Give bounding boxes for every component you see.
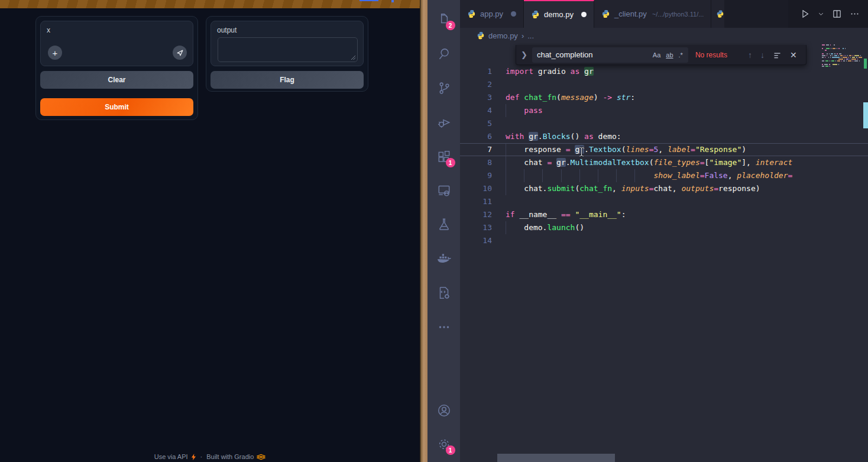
- multimodal-textbox[interactable]: x +: [40, 21, 193, 66]
- breadcrumb-file[interactable]: demo.py: [488, 31, 518, 40]
- code-line[interactable]: 2: [460, 78, 868, 91]
- line-number[interactable]: 7: [460, 144, 492, 156]
- window-fragment: [359, 0, 378, 1]
- flag-button[interactable]: Flag: [210, 71, 364, 89]
- code-line[interactable]: 9 show_label=False, placeholder=: [460, 169, 868, 182]
- plus-icon: +: [53, 49, 58, 57]
- tab-bar: app.py demo.py _client.py ~/.../python3.…: [460, 0, 868, 28]
- find-next-icon[interactable]: ↓: [760, 50, 765, 60]
- code-text: with gr.Blocks() as demo:: [506, 130, 621, 143]
- explorer-icon[interactable]: 2: [436, 12, 452, 27]
- line-number[interactable]: 14: [460, 234, 492, 247]
- code-text: def chat_fn(message) -> str:: [506, 91, 635, 104]
- find-previous-icon[interactable]: ↑: [748, 50, 752, 60]
- attach-file-button[interactable]: +: [48, 46, 62, 60]
- breadcrumb[interactable]: demo.py › ...: [460, 28, 868, 43]
- python-icon: [716, 9, 724, 18]
- ruler-mark-cyan[interactable]: [863, 102, 868, 128]
- horizontal-scrollbar[interactable]: [497, 454, 615, 462]
- editor-group: app.py demo.py _client.py ~/.../python3.…: [460, 0, 868, 462]
- tab-client-py[interactable]: _client.py ~/.../python3.11/...: [594, 0, 711, 28]
- line-number[interactable]: 13: [460, 221, 492, 234]
- line-number[interactable]: 2: [460, 78, 492, 91]
- mouse-text-cursor-icon: [578, 146, 585, 157]
- code-text: import gradio as gr: [506, 65, 594, 78]
- modified-dot-icon[interactable]: [511, 11, 516, 17]
- code-line[interactable]: 4 pass: [460, 104, 868, 117]
- line-number[interactable]: 9: [460, 169, 492, 182]
- find-results-label: No results: [695, 51, 740, 59]
- whole-word-icon[interactable]: ab: [666, 51, 673, 59]
- settings-gear-icon[interactable]: 1: [436, 437, 452, 452]
- code-line[interactable]: 12if __name__ == "__main__":: [460, 208, 868, 221]
- python-icon: [467, 9, 476, 18]
- python-icon: [601, 9, 610, 18]
- code-line[interactable]: 13 demo.launch(): [460, 221, 868, 234]
- docker-icon[interactable]: [436, 251, 452, 267]
- code-line[interactable]: 11: [460, 195, 868, 208]
- minimap[interactable]: [822, 44, 862, 69]
- output-textarea[interactable]: [218, 37, 358, 62]
- ruler-mark-green: [864, 59, 867, 69]
- code-line[interactable]: 5: [460, 117, 868, 130]
- tab-partial[interactable]: [711, 0, 724, 28]
- more-actions-icon[interactable]: [850, 9, 860, 19]
- modified-dot-icon[interactable]: [581, 12, 587, 17]
- code-line[interactable]: 10 chat.submit(chat_fn, inputs=chat, out…: [460, 182, 868, 195]
- line-number[interactable]: 10: [460, 182, 492, 195]
- code-line[interactable]: 7 response = gr.Textbox(lines=5, label="…: [460, 143, 868, 156]
- find-input[interactable]: [532, 50, 615, 59]
- built-with-gradio-link[interactable]: Built with Gradio: [206, 453, 265, 460]
- remote-explorer-icon[interactable]: [436, 183, 452, 198]
- use-via-api-link[interactable]: Use via API: [154, 453, 196, 460]
- extensions-icon[interactable]: 1: [436, 149, 452, 164]
- file-settings-icon[interactable]: [436, 285, 452, 301]
- line-number[interactable]: 4: [460, 104, 492, 117]
- resize-handle-icon[interactable]: [351, 55, 356, 60]
- code-line[interactable]: 3def chat_fn(message) -> str:: [460, 91, 868, 104]
- tab-app-py[interactable]: app.py: [460, 0, 524, 28]
- match-case-icon[interactable]: Aa: [653, 51, 660, 59]
- gradio-app: x + Clear Submit output Flag Use via API…: [0, 0, 420, 462]
- find-collapse-chevron-icon[interactable]: ❯: [516, 50, 532, 59]
- find-widget: ❯ Aa ab .* No results ↑ ↓ ✕: [516, 45, 807, 65]
- run-debug-icon[interactable]: [436, 115, 452, 130]
- line-number[interactable]: 6: [460, 130, 492, 143]
- vscode-window: 2 1: [427, 0, 868, 462]
- send-button[interactable]: [173, 46, 187, 60]
- tab-demo-py[interactable]: demo.py: [524, 0, 594, 28]
- line-number[interactable]: 3: [460, 91, 492, 104]
- regex-icon[interactable]: .*: [679, 51, 683, 59]
- line-number[interactable]: 1: [460, 65, 492, 78]
- breadcrumb-separator: ›: [522, 31, 524, 40]
- lightning-icon: [191, 454, 196, 460]
- code-line[interactable]: 6with gr.Blocks() as demo:: [460, 130, 868, 143]
- testing-beaker-icon[interactable]: [436, 217, 452, 232]
- code-line[interactable]: 1import gradio as gr: [460, 65, 868, 78]
- code-area[interactable]: 1import gradio as gr23def chat_fn(messag…: [460, 65, 868, 455]
- code-line[interactable]: 8 chat = gr.MultimodalTextbox(file_types…: [460, 156, 868, 169]
- search-icon[interactable]: [436, 46, 452, 62]
- find-in-selection-icon[interactable]: [773, 50, 782, 59]
- line-number[interactable]: 12: [460, 208, 492, 221]
- extensions-badge: 1: [446, 158, 455, 167]
- line-number[interactable]: 5: [460, 117, 492, 130]
- find-close-icon[interactable]: ✕: [790, 50, 797, 60]
- editor-actions: [788, 0, 868, 28]
- python-icon: [531, 10, 540, 19]
- line-number[interactable]: 8: [460, 156, 492, 169]
- input-label: x: [47, 26, 50, 34]
- more-views-ellipsis-icon[interactable]: [436, 319, 452, 335]
- line-number[interactable]: 11: [460, 195, 492, 208]
- gradio-footer: Use via API · Built with Gradio: [0, 453, 420, 462]
- breadcrumb-symbol[interactable]: ...: [527, 31, 534, 40]
- source-control-icon[interactable]: [436, 80, 452, 96]
- explorer-badge: 2: [446, 21, 455, 30]
- run-dropdown-chevron-icon[interactable]: [818, 11, 824, 17]
- account-icon[interactable]: [436, 403, 452, 418]
- split-editor-icon[interactable]: [832, 9, 842, 19]
- code-line[interactable]: 14: [460, 234, 868, 247]
- run-python-file-icon[interactable]: [800, 9, 810, 19]
- submit-button[interactable]: Submit: [40, 98, 193, 116]
- clear-button[interactable]: Clear: [40, 71, 193, 89]
